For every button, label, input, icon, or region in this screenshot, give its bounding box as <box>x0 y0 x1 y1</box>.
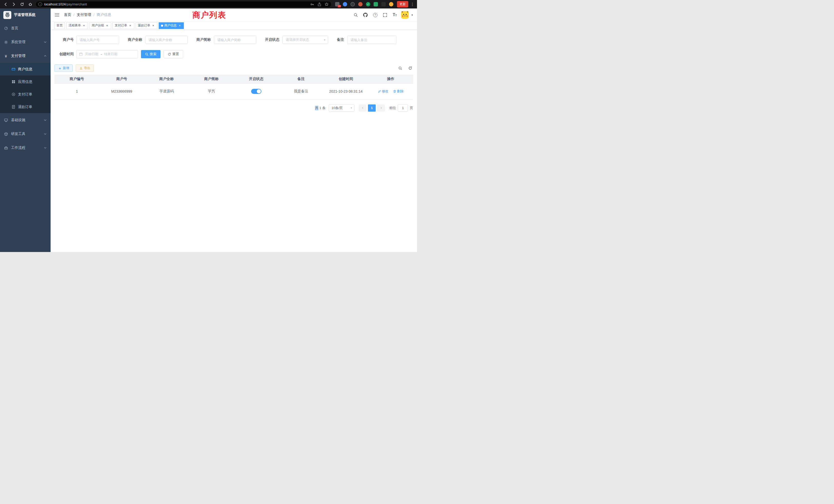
breadcrumb-payment[interactable]: 支付管理 <box>77 13 91 17</box>
search-icon <box>398 66 402 70</box>
status-select[interactable]: 请选择开启状态 ▾ <box>282 36 328 44</box>
status-toggle[interactable] <box>251 89 261 94</box>
address-bar[interactable]: i localhost:1024/pay/merchant <box>36 1 331 7</box>
tab-merchant-info[interactable]: 商户信息× <box>159 22 184 29</box>
github-icon <box>363 13 368 17</box>
tab-pay-order[interactable]: 支付订单× <box>112 22 134 29</box>
close-icon[interactable]: × <box>82 24 86 27</box>
browser-reload-button[interactable] <box>19 1 25 7</box>
chevron-down-icon: ▾ <box>324 38 325 42</box>
github-link-button[interactable] <box>362 12 369 18</box>
prev-page-button[interactable] <box>359 105 367 112</box>
pagination-total: 共 1 条 <box>315 106 326 110</box>
sidebar-item-label: 支付订单 <box>18 92 32 97</box>
calendar-icon <box>79 52 83 56</box>
sidebar-item-pay-order[interactable]: 支付订单 <box>0 88 50 100</box>
extension-icon[interactable]: ✓ <box>366 2 370 6</box>
close-icon[interactable]: × <box>105 24 109 27</box>
close-icon[interactable]: × <box>178 24 181 27</box>
header-search-button[interactable] <box>352 12 359 18</box>
share-icon[interactable] <box>317 2 322 6</box>
chevron-down-icon <box>44 132 47 136</box>
question-icon: ? <box>373 13 377 17</box>
tab-user-group[interactable]: 用户分组× <box>89 22 111 29</box>
fullscreen-icon <box>383 13 387 17</box>
search-icon <box>354 13 358 17</box>
browser-back-button[interactable] <box>3 1 9 7</box>
active-dot <box>161 25 163 27</box>
sidebar-item-app-info[interactable]: 应用信息 <box>0 75 50 88</box>
merchant-no-input[interactable] <box>76 36 119 44</box>
remark-input[interactable] <box>347 36 396 44</box>
sidebar-item-refund-order[interactable]: 退款订单 <box>0 100 50 113</box>
close-icon[interactable]: × <box>152 24 155 27</box>
sidebar-item-infra[interactable]: 基础设施 <box>0 113 50 127</box>
cell-create-time: 2021-10-23 08:31:14 <box>324 84 369 99</box>
sidebar-item-home[interactable]: 首页 <box>0 21 50 35</box>
toggle-search-button[interactable] <box>397 65 403 71</box>
page-goto-input[interactable] <box>398 105 408 112</box>
search-form: 商户号 商户全称 商户简称 开启状态 请选择开启状态 <box>50 30 417 58</box>
search-button[interactable]: 搜索 <box>141 50 160 58</box>
tab-refund-order[interactable]: 退款订单× <box>136 22 157 29</box>
chevron-right-icon <box>380 107 382 109</box>
sidebar-item-payment[interactable]: ¥ 支付管理 <box>0 49 50 63</box>
document-icon <box>11 105 16 109</box>
page-info-icon[interactable]: i <box>38 2 42 6</box>
fullscreen-button[interactable] <box>381 12 388 18</box>
breadcrumb-home[interactable]: 首页 <box>64 13 71 17</box>
table-toolbar: ＋ 新增 导出 <box>50 64 417 72</box>
delete-link[interactable]: 删除 <box>393 89 404 94</box>
sidebar-item-merchant-info[interactable]: 商户信息 <box>0 63 50 75</box>
browser-menu-icon[interactable]: ⋮ <box>410 2 414 7</box>
pagination: 共 1 条 10条/页 ▾ 1 前往 页 <box>50 105 413 112</box>
create-time-range-picker[interactable]: 开始日期 - 结束日期 <box>76 50 138 58</box>
col-remark: 备注 <box>279 75 324 84</box>
app-logo-row[interactable]: 芋道管理系统 <box>0 8 50 21</box>
start-date-placeholder: 开始日期 <box>85 52 98 56</box>
tab-home[interactable]: 首页 <box>54 22 65 29</box>
refresh-table-button[interactable] <box>407 65 413 71</box>
browser-home-button[interactable] <box>27 1 34 7</box>
back-arrow-icon <box>4 2 8 6</box>
extension-icon[interactable] <box>374 2 378 6</box>
end-date-placeholder: 结束日期 <box>104 52 117 56</box>
grid-icon <box>11 80 16 84</box>
sidebar-item-label: 商户信息 <box>18 67 32 72</box>
sidebar-item-workflow[interactable]: 工作流程 <box>0 141 50 155</box>
add-button[interactable]: ＋ 新增 <box>54 64 73 72</box>
extension-icon[interactable] <box>389 2 393 6</box>
sidebar-item-system[interactable]: 系统管理 <box>0 35 50 49</box>
col-merchant-no: 商户号 <box>100 75 144 84</box>
chevron-down-icon <box>44 118 47 122</box>
help-button[interactable]: ? <box>372 12 378 18</box>
table-header-row: 商户编号 商户号 商户全称 商户简称 开启状态 备注 创建时间 操作 <box>54 75 413 84</box>
next-page-button[interactable] <box>377 105 385 112</box>
password-key-icon[interactable] <box>310 2 314 6</box>
browser-update-button[interactable]: 更新 <box>397 1 408 7</box>
extension-icon[interactable] <box>351 2 355 6</box>
merchant-name-label: 商户全称 <box>128 38 145 42</box>
reset-button[interactable]: 重置 <box>163 50 183 58</box>
extension-icon[interactable] <box>358 2 363 6</box>
font-size-button[interactable]: TT <box>391 12 398 18</box>
tab-process-form[interactable]: 流程表单× <box>66 22 88 29</box>
user-avatar[interactable] <box>401 11 409 19</box>
sidebar-toggle-button[interactable] <box>55 13 59 17</box>
extension-icon[interactable] <box>343 2 347 6</box>
merchant-short-name-input[interactable] <box>214 36 256 44</box>
extension-icon[interactable] <box>381 2 386 6</box>
export-button[interactable]: 导出 <box>76 64 94 72</box>
current-page-button[interactable]: 1 <box>368 105 376 112</box>
extension-icon[interactable]: 10 <box>335 2 339 6</box>
browser-forward-button[interactable] <box>11 1 17 7</box>
merchant-name-input[interactable] <box>145 36 188 44</box>
edit-link[interactable]: 修改 <box>378 89 389 94</box>
sidebar-item-dev-tools[interactable]: 研发工具 <box>0 127 50 141</box>
bookmark-star-icon[interactable] <box>325 2 329 6</box>
avatar-caret-icon[interactable]: ▾ <box>411 13 413 17</box>
close-icon[interactable]: × <box>128 24 132 27</box>
col-status: 开启状态 <box>234 75 279 84</box>
page-size-select[interactable]: 10条/页 ▾ <box>329 105 354 112</box>
refresh-icon <box>168 53 171 56</box>
